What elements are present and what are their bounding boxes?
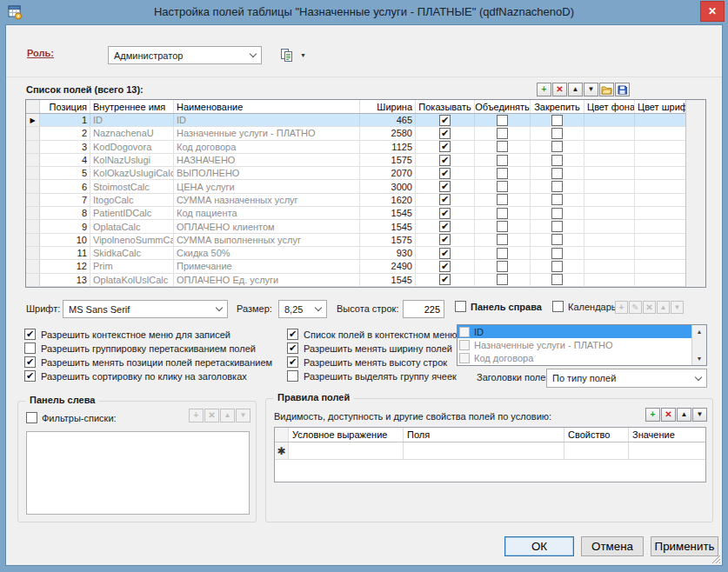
add-filter-button[interactable]: + <box>189 409 204 422</box>
pin-checkbox[interactable] <box>551 128 563 139</box>
item-checkbox[interactable] <box>459 340 470 350</box>
cell-internal-name[interactable]: KolNazUslugi <box>90 154 174 166</box>
table-row[interactable]: 12PrimПримечание2490✔ <box>26 260 685 273</box>
merge-checkbox[interactable] <box>497 234 508 245</box>
cell-font-color[interactable] <box>635 194 685 206</box>
grid-header-4[interactable]: Ширина <box>360 100 416 113</box>
cell-width[interactable]: 2490 <box>360 260 416 272</box>
cell-internal-name[interactable]: SkidkaCalc <box>90 247 174 259</box>
cell-width[interactable]: 1545 <box>360 274 416 286</box>
scroll-up-icon[interactable]: ▲ <box>692 325 706 338</box>
cell-font-color[interactable] <box>635 220 685 232</box>
rules-header-4[interactable]: Значение <box>629 428 705 442</box>
merge-checkbox[interactable] <box>497 194 508 205</box>
option-row[interactable]: Разрешить выделять группу ячеек <box>287 370 458 382</box>
table-row[interactable]: 11SkidkaCalcСкидка 50%930✔ <box>26 247 685 260</box>
add-item-button[interactable]: + <box>615 301 628 314</box>
cell-internal-name[interactable]: PatientIDCalc <box>90 207 174 219</box>
pin-checkbox[interactable] <box>551 274 563 285</box>
resize-grip[interactable] <box>711 554 720 563</box>
cell-width[interactable]: 1620 <box>360 194 416 206</box>
list-item[interactable]: Код договора <box>458 352 691 365</box>
grid-header-3[interactable]: Наименование <box>174 100 360 113</box>
save-settings-button[interactable] <box>615 83 630 96</box>
merge-checkbox[interactable] <box>497 155 508 166</box>
cell-internal-name[interactable]: OplataCalc <box>90 220 174 232</box>
merge-checkbox[interactable] <box>497 128 508 139</box>
pin-checkbox[interactable] <box>551 141 563 152</box>
cell-font-color[interactable] <box>635 260 685 272</box>
table-row[interactable]: 6StoimostCalcЦЕНА услуги3000✔ <box>26 180 685 193</box>
show-checkbox[interactable]: ✔ <box>439 141 451 152</box>
cell-width[interactable]: 2580 <box>360 127 416 139</box>
merge-checkbox[interactable] <box>497 261 508 272</box>
show-checkbox[interactable]: ✔ <box>439 274 451 285</box>
cell-bg-color[interactable] <box>584 127 635 139</box>
edit-item-button[interactable]: ✎ <box>629 301 642 314</box>
cell-font-color[interactable] <box>635 207 685 219</box>
cell-position[interactable]: 1 <box>40 114 90 126</box>
cell-caption[interactable]: СУММА назначенных услуг <box>174 194 360 206</box>
add-rule-button[interactable]: + <box>645 408 660 422</box>
rules-header-3[interactable]: Свойство <box>564 428 629 442</box>
option-row[interactable]: ✔Разрешить менять позиции полей перетаск… <box>24 356 272 368</box>
cell-bg-color[interactable] <box>584 207 635 219</box>
cell-width[interactable]: 3000 <box>360 180 416 192</box>
cell-bg-color[interactable] <box>584 114 635 126</box>
filters-checkbox[interactable] <box>26 412 37 423</box>
option-checkbox[interactable]: ✔ <box>287 329 298 340</box>
table-row[interactable]: 9OplataCalcОПЛАЧЕНО клиентом1545✔ <box>26 220 685 233</box>
cell-internal-name[interactable]: ID <box>90 114 174 126</box>
filters-listbox[interactable] <box>26 431 250 515</box>
table-row[interactable]: 5KolOkazUslugiCalcВЫПОЛНЕНО2070✔ <box>26 167 685 180</box>
pin-checkbox[interactable] <box>551 221 563 232</box>
show-checkbox[interactable]: ✔ <box>439 261 451 272</box>
cell-width[interactable]: 1545 <box>360 207 416 219</box>
filters-option[interactable]: Фильтры-списки: <box>26 412 117 423</box>
cell-internal-name[interactable]: StoimostCalc <box>90 180 174 192</box>
option-row[interactable]: ✔Разрешить менять высоту строк <box>287 356 458 368</box>
cell-position[interactable]: 10 <box>40 234 90 246</box>
pin-checkbox[interactable] <box>551 181 563 192</box>
cell-font-color[interactable] <box>635 274 685 286</box>
merge-checkbox[interactable] <box>497 168 508 179</box>
cell-internal-name[interactable]: KodDogovora <box>90 141 174 153</box>
grid-header-6[interactable]: Объединять <box>475 100 531 113</box>
merge-checkbox[interactable] <box>497 208 508 219</box>
move-down-button[interactable]: ▼ <box>671 301 684 314</box>
add-field-button[interactable]: + <box>537 83 551 96</box>
pin-checkbox[interactable] <box>551 155 563 166</box>
pin-checkbox[interactable] <box>551 248 563 259</box>
cell-caption[interactable]: ОПЛАЧЕНО Ед. услуги <box>174 274 360 286</box>
list-item[interactable]: ID <box>458 325 691 338</box>
cell-bg-color[interactable] <box>584 141 635 153</box>
option-row[interactable]: ✔Разрешить контекстное меню для записей <box>24 329 272 340</box>
rules-header-1[interactable]: Условное выражение <box>289 428 404 442</box>
grid-header-2[interactable]: Внутреннее имя <box>90 100 174 113</box>
cell-width[interactable]: 465 <box>360 114 416 126</box>
cell-font-color[interactable] <box>635 167 685 179</box>
rules-header-2[interactable]: Поля <box>404 428 564 442</box>
cancel-button[interactable]: Отмена <box>581 536 644 556</box>
cell-bg-color[interactable] <box>584 220 635 232</box>
cell-width[interactable]: 930 <box>360 247 416 259</box>
grid-header-1[interactable]: Позиция <box>40 100 90 113</box>
cell-internal-name[interactable]: KolOkazUslugiCalc <box>90 167 174 179</box>
cell-font-color[interactable] <box>635 247 685 259</box>
cell-position[interactable]: 2 <box>40 127 90 139</box>
cell-font-color[interactable] <box>635 114 685 126</box>
option-checkbox[interactable]: ✔ <box>24 329 36 340</box>
delete-item-button[interactable]: ✕ <box>643 301 656 314</box>
show-checkbox[interactable]: ✔ <box>439 155 451 166</box>
cell-bg-color[interactable] <box>584 180 635 192</box>
delete-field-button[interactable]: ✕ <box>552 83 567 96</box>
grid-header-9[interactable]: Цвет шрифта <box>635 100 685 113</box>
option-checkbox[interactable]: ✔ <box>287 343 298 354</box>
cell-width[interactable]: 2070 <box>360 167 416 179</box>
merge-checkbox[interactable] <box>497 181 508 192</box>
item-checkbox[interactable] <box>459 353 470 363</box>
cell-position[interactable]: 3 <box>40 141 90 153</box>
move-up-button[interactable]: ▲ <box>657 301 670 314</box>
cell-font-color[interactable] <box>635 180 685 192</box>
cell-internal-name[interactable]: Prim <box>90 260 174 272</box>
